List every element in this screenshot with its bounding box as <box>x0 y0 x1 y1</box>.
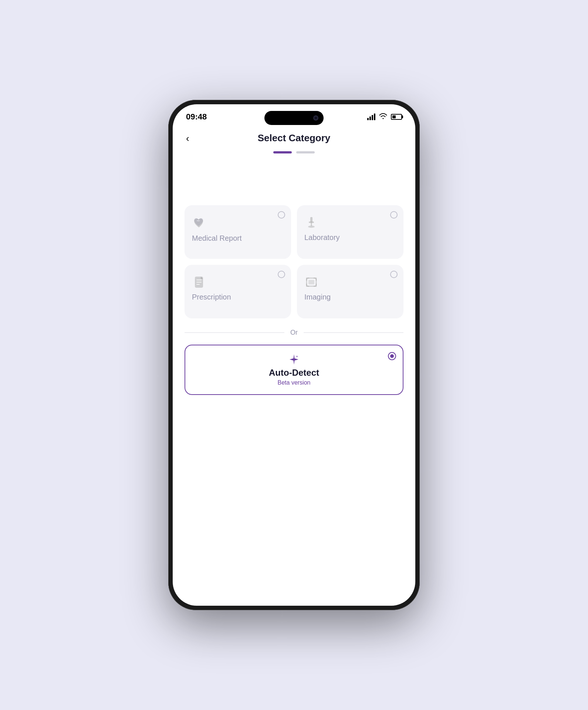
imaging-icon <box>304 275 318 289</box>
phone-frame: 09:48 <box>168 100 420 610</box>
category-card-imaging[interactable]: Imaging <box>297 265 403 318</box>
medical-report-icon <box>192 216 206 230</box>
auto-detect-radio-inner <box>390 354 394 358</box>
category-grid: Medical Report <box>173 205 415 318</box>
progress-dot-2 <box>296 151 315 153</box>
category-card-laboratory[interactable]: Laboratory <box>297 205 403 259</box>
svg-rect-11 <box>308 280 314 284</box>
divider-text: Or <box>290 329 298 337</box>
laboratory-label: Laboratory <box>304 233 340 242</box>
prescription-label: Prescription <box>192 293 231 301</box>
radio-laboratory <box>390 211 398 219</box>
auto-detect-title: Auto-Detect <box>269 368 319 378</box>
auto-detect-radio <box>388 352 396 360</box>
progress-indicators <box>173 148 415 161</box>
radio-medical-report <box>278 211 285 219</box>
category-card-medical-report[interactable]: Medical Report <box>185 205 291 259</box>
page-title: Select Category <box>258 132 331 144</box>
medical-report-label: Medical Report <box>192 234 242 243</box>
status-icons <box>367 113 402 121</box>
auto-detect-subtitle: Beta version <box>278 379 311 386</box>
divider-line-left <box>185 332 284 333</box>
radio-imaging <box>390 271 398 278</box>
back-button[interactable]: ‹ <box>186 133 189 143</box>
divider-line-right <box>304 332 403 333</box>
auto-detect-card[interactable]: Auto-Detect Beta version <box>185 345 403 395</box>
header: ‹ Select Category <box>173 126 415 148</box>
svg-point-12 <box>296 356 298 357</box>
imaging-label: Imaging <box>304 293 331 301</box>
category-card-prescription[interactable]: Prescription <box>185 265 291 318</box>
phone-screen: 09:48 <box>173 104 415 606</box>
svg-rect-1 <box>310 217 312 222</box>
progress-dot-1 <box>273 151 292 153</box>
status-time: 09:48 <box>186 112 207 122</box>
sparkle-icon <box>288 354 300 365</box>
camera-sensor <box>313 115 318 121</box>
dynamic-island <box>264 111 324 125</box>
top-spacer <box>173 161 415 205</box>
laboratory-icon <box>304 216 318 230</box>
app-content: ‹ Select Category <box>173 126 415 606</box>
prescription-icon <box>192 275 206 289</box>
signal-icon <box>367 114 375 120</box>
wifi-icon <box>379 113 387 121</box>
radio-prescription <box>278 271 285 278</box>
or-divider: Or <box>173 318 415 345</box>
battery-icon <box>391 114 402 120</box>
